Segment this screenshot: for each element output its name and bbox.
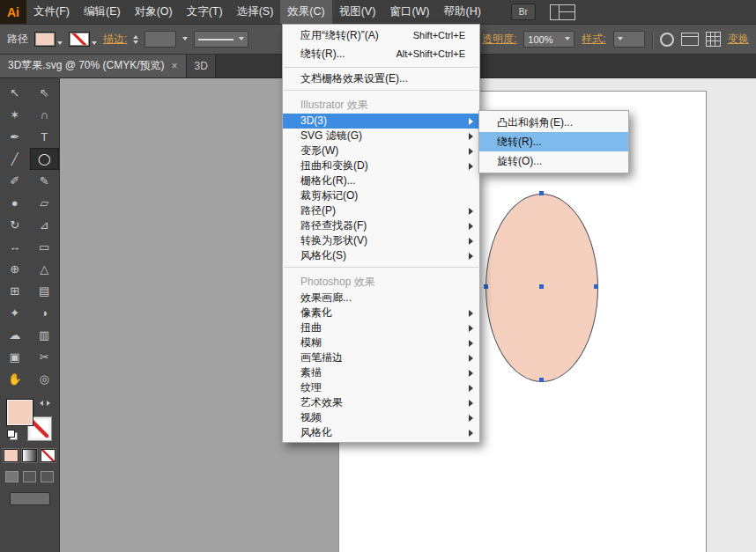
anchor-top[interactable] (539, 191, 544, 195)
menu-item[interactable]: 路径(P) (283, 203, 479, 218)
document-setup-icon[interactable] (681, 33, 699, 46)
magic-wand-tool[interactable]: ✶ (0, 104, 30, 126)
perspective-grid-tool[interactable]: △ (30, 258, 60, 280)
opacity-link[interactable]: 透明度: (482, 32, 516, 47)
width-profile-dropdown[interactable] (194, 31, 248, 48)
menu-item[interactable]: SVG 滤镜(G) (283, 129, 479, 144)
artboard-tool[interactable]: ▣ (0, 346, 30, 368)
transform-link[interactable]: 变换 (728, 32, 749, 47)
draw-inside-button[interactable] (41, 471, 54, 482)
menu-item[interactable]: 路径查找器(F) (283, 218, 479, 233)
opacity-dropdown[interactable]: 100% (523, 31, 574, 48)
menubar-item[interactable]: 文字(T) (180, 0, 230, 24)
screen-mode-button[interactable] (10, 492, 50, 505)
type-tool[interactable]: T (30, 126, 60, 148)
default-fill-stroke-icon[interactable] (7, 430, 18, 440)
blend-tool[interactable]: ◑ (30, 302, 60, 324)
swap-fill-stroke-icon[interactable] (40, 399, 50, 408)
pen-tool[interactable]: ✒ (0, 126, 30, 148)
menubar-item[interactable]: 窗口(W) (382, 0, 436, 24)
stepper-down-icon[interactable] (133, 40, 138, 44)
symbol-sprayer-tool[interactable]: ☁ (0, 324, 30, 346)
slice-tool[interactable]: ✂ (30, 346, 60, 368)
stroke-weight-input[interactable] (145, 31, 176, 48)
gradient-tool[interactable]: ▤ (30, 280, 60, 302)
tab-close-icon[interactable]: × (172, 60, 178, 72)
stroke-weight-dropdown-icon[interactable] (182, 37, 188, 40)
graph-tool[interactable]: ▥ (30, 324, 60, 346)
menu-item[interactable]: 3D(3) (283, 114, 479, 129)
menu-item[interactable]: 艺术效果 (283, 395, 479, 410)
blob-brush-tool[interactable]: ● (0, 192, 30, 214)
gradient-button[interactable] (22, 449, 37, 462)
menubar-item[interactable]: 文件(F) (26, 0, 77, 24)
menubar-item[interactable]: 视图(V) (332, 0, 383, 24)
menu-item[interactable]: 素描 (283, 365, 479, 380)
draw-behind-button[interactable] (23, 471, 36, 482)
rotate-tool[interactable]: ↻ (0, 214, 30, 236)
eyedropper-tool[interactable]: ✦ (0, 302, 30, 324)
menubar-item[interactable]: 效果(C) (280, 0, 331, 24)
document-tab-2[interactable]: 3D (187, 54, 216, 77)
bridge-button[interactable]: Br (511, 4, 536, 20)
menu-item[interactable]: 风格化 (283, 425, 479, 440)
stroke-weight-stepper[interactable] (133, 35, 138, 44)
anchor-left[interactable] (484, 284, 488, 289)
paintbrush-tool[interactable]: ✐ (0, 170, 30, 192)
scale-tool[interactable]: ⊿ (30, 214, 60, 236)
workspace-switcher-icon[interactable] (550, 4, 575, 20)
menubar-item[interactable]: 编辑(E) (77, 0, 128, 24)
fill-swatch[interactable] (34, 32, 56, 47)
eraser-tool[interactable]: ▱ (30, 192, 60, 214)
menu-item[interactable]: 画笔描边 (283, 350, 479, 365)
stroke-panel-link[interactable]: 描边: (103, 32, 127, 47)
menubar-item[interactable]: 帮助(H) (437, 0, 488, 24)
menu-item[interactable]: 效果画廊... (283, 291, 479, 305)
style-link[interactable]: 样式: (582, 32, 605, 47)
menubar-item[interactable]: 对象(O) (128, 0, 180, 24)
mesh-tool[interactable]: ⊞ (0, 280, 30, 302)
zoom-tool[interactable]: ◎ (30, 368, 60, 390)
menu-item[interactable]: 裁剪标记(O) (283, 188, 479, 203)
stroke-color-control[interactable] (69, 32, 97, 47)
menu-item[interactable]: 变形(W) (283, 144, 479, 158)
menu-item[interactable]: 风格化(S) (283, 248, 479, 263)
shape-builder-tool[interactable]: ⊕ (0, 258, 30, 280)
submenu-item[interactable]: 旋转(O)... (479, 151, 628, 171)
none-button[interactable] (41, 449, 56, 462)
fill-indicator[interactable] (6, 399, 33, 426)
stepper-up-icon[interactable] (133, 35, 138, 39)
direct-selection-tool[interactable]: ⇖ (30, 82, 60, 104)
menu-item[interactable]: 文档栅格效果设置(E)... (283, 71, 479, 86)
selection-tool[interactable]: ↖ (0, 82, 30, 104)
stroke-swatch[interactable] (69, 32, 90, 47)
hand-tool[interactable]: ✋ (0, 368, 30, 390)
style-dropdown[interactable] (613, 31, 645, 48)
menu-item[interactable]: 栅格化(R)... (283, 173, 479, 188)
menu-item[interactable]: 转换为形状(V) (283, 233, 479, 248)
center-point[interactable] (539, 284, 544, 289)
recolor-artwork-icon[interactable] (660, 33, 674, 47)
submenu-item[interactable]: 绕转(R)... (479, 132, 628, 151)
width-tool[interactable]: ↔ (0, 236, 30, 258)
free-transform-tool[interactable]: ▭ (30, 236, 60, 258)
anchor-right[interactable] (594, 284, 598, 289)
line-segment-tool[interactable]: ╱ (0, 148, 30, 170)
align-panel-icon[interactable] (706, 32, 721, 47)
anchor-bottom[interactable] (539, 378, 544, 382)
menu-item[interactable]: 视频 (283, 410, 479, 425)
document-tab-active[interactable]: 3D苹果.svg @ 70% (CMYK/预览) × (0, 54, 187, 77)
menu-item[interactable]: 纹理 (283, 380, 479, 395)
menubar-item[interactable]: 选择(S) (230, 0, 281, 24)
color-button[interactable] (4, 449, 19, 462)
pencil-tool[interactable]: ✎ (30, 170, 60, 192)
fill-color-control[interactable] (34, 32, 63, 47)
menu-item[interactable]: 应用“绕转(R)”(A) Shift+Ctrl+E (283, 26, 479, 45)
draw-normal-button[interactable] (5, 471, 19, 482)
menu-item[interactable]: 扭曲 (283, 320, 479, 335)
lasso-tool[interactable]: ∩ (30, 104, 60, 126)
submenu-item[interactable]: 凸出和斜角(E)... (479, 113, 628, 132)
menu-item[interactable]: 绕转(R)... Alt+Shift+Ctrl+E (283, 45, 479, 63)
menu-item[interactable]: 像素化 (283, 305, 479, 320)
menu-item[interactable]: 模糊 (283, 335, 479, 350)
